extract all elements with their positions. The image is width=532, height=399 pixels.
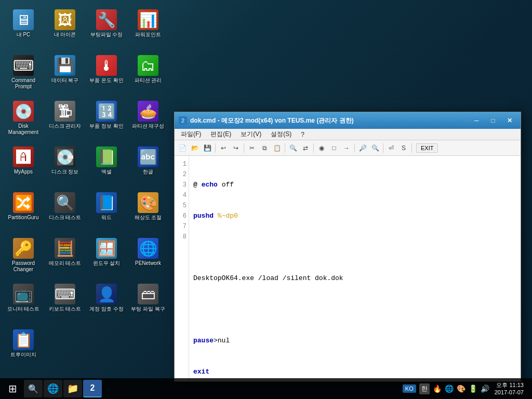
menu-help[interactable]: ? bbox=[297, 130, 309, 139]
icon-image-partguru: 🔀 bbox=[13, 192, 34, 213]
titlebar-title: dok.cmd - 메모장2 mod(x64) von TEUS.me (관리자… bbox=[190, 116, 467, 125]
icon-label-bootrecover: 부팅 파일 복구 bbox=[131, 306, 165, 312]
toolbar-zoomin[interactable]: 🔎 bbox=[357, 142, 368, 154]
system-tray: KO 한 🔥 🌐 🎨 🔋 🔊 오후 11:13 2017-07-07 bbox=[398, 381, 530, 396]
icon-label-word: 워드 bbox=[101, 215, 112, 221]
desktop-icon-disktest[interactable]: 🔍 디스크 테스트 bbox=[44, 188, 86, 234]
menu-view[interactable]: 보기(V) bbox=[236, 129, 265, 140]
line-num-7: 7 bbox=[183, 221, 187, 232]
desktop-icon-cmd[interactable]: ⌨ Command Prompt bbox=[3, 51, 44, 97]
icon-label-myapps: MyApps bbox=[14, 169, 33, 175]
toolbar-exit[interactable]: EXIT bbox=[416, 143, 438, 153]
code-editor: 1 2 3 4 5 6 7 8 @ echo off pushd %~dp0 D… bbox=[175, 156, 521, 381]
toolbar-wrap[interactable]: ⏎ bbox=[385, 142, 397, 154]
titlebar[interactable]: 2 dok.cmd - 메모장2 mod(x64) von TEUS.me (관… bbox=[175, 112, 521, 129]
maximize-button[interactable]: □ bbox=[486, 115, 500, 126]
toolbar-undo[interactable]: ↩ bbox=[218, 142, 229, 154]
toolbar-sep7 bbox=[411, 143, 412, 153]
icon-label-kbtest: 키보드 테스트 bbox=[49, 306, 82, 312]
desktop-icon-mypc[interactable]: 🖥 내 PC bbox=[3, 5, 44, 51]
toolbar-copy[interactable]: ⧉ bbox=[259, 142, 270, 154]
icon-image-montest: 📺 bbox=[13, 284, 34, 304]
desktop-icon-diskmanage[interactable]: 💿 Disk Management bbox=[3, 97, 44, 142]
korean-ime-icon[interactable]: 한 bbox=[419, 383, 430, 394]
desktop-icon-penet[interactable]: 🌐 PENetwork bbox=[127, 234, 169, 280]
desktop-icon-datarecover[interactable]: 💾 데이터 복구 bbox=[44, 51, 86, 97]
desktop-icon-powerpoint[interactable]: 📊 파워포인트 bbox=[127, 5, 169, 51]
desktop-icon-bootfix[interactable]: 🔧 부팅파일 수정 bbox=[86, 5, 127, 51]
toolbar-find[interactable]: 🔍 bbox=[287, 142, 299, 154]
desktop-icon-coloradj[interactable]: 🎨 해상도 조절 bbox=[127, 188, 169, 234]
menu-file[interactable]: 파일(F) bbox=[177, 129, 205, 140]
desktop-icon-partreorg[interactable]: 🥧 파티션 재구성 bbox=[127, 97, 169, 142]
desktop-icon-diskinfo[interactable]: 💽 디스크 정보 bbox=[44, 142, 86, 188]
desktop-icon-partition[interactable]: 🗂 파티션 관리 bbox=[127, 51, 169, 97]
desktop-icon-myicon[interactable]: 🖼 내 아이콘 bbox=[44, 5, 86, 51]
toolbar-paste[interactable]: 📋 bbox=[271, 142, 283, 154]
desktop-icon-excel[interactable]: 📗 엑셀 bbox=[86, 142, 127, 188]
taskbar-notepad2[interactable]: 2 bbox=[83, 380, 102, 397]
toolbar-open[interactable]: 📂 bbox=[189, 142, 201, 154]
code-line-1: @ echo off bbox=[193, 180, 516, 190]
toolbar-sep2 bbox=[244, 143, 244, 153]
toolbar: 📄 📂 💾 ↩ ↪ ✂ ⧉ 📋 🔍 ⇄ ◉ □ → 🔎 🔍 ⏎ S EXIT bbox=[175, 140, 521, 156]
desktop-icon-memtest[interactable]: 🧮 메모리 테스트 bbox=[44, 234, 86, 280]
icon-label-wininstall: 윈도우 설치 bbox=[93, 260, 121, 267]
desktop-icon-tempcheck[interactable]: 🌡 부품 온도 확인 bbox=[86, 51, 127, 97]
toolbar-save[interactable]: 💾 bbox=[202, 142, 213, 154]
start-button[interactable]: ⊞ bbox=[2, 380, 23, 397]
icon-label-acct: 계정 암호 수정 bbox=[89, 306, 124, 312]
toolbar-sep5 bbox=[354, 143, 355, 153]
system-clock[interactable]: 오후 11:13 2017-07-07 bbox=[493, 381, 526, 396]
desktop-icon-myapps[interactable]: 🅰 MyApps bbox=[3, 142, 44, 188]
desktop: 🖥 내 PC 🖼 내 아이콘 🔧 부팅파일 수정 📊 파워포인트 ⌨ Comma… bbox=[0, 0, 166, 374]
icon-image-hangul: 🔤 bbox=[138, 147, 158, 167]
desktop-icon-word[interactable]: 📘 워드 bbox=[86, 188, 127, 234]
icon-image-bootrecover: 🗃 bbox=[138, 284, 158, 304]
desktop-icon-bootrecover[interactable]: 🗃 부팅 파일 복구 bbox=[127, 280, 169, 325]
close-button[interactable]: ✕ bbox=[503, 115, 516, 126]
desktop-icon-kbtest[interactable]: ⌨ 키보드 테스트 bbox=[44, 280, 86, 325]
taskbar-search[interactable]: 🔍 bbox=[24, 380, 43, 397]
lang-indicator[interactable]: KO bbox=[403, 384, 416, 393]
toolbar-radio1[interactable]: ◉ bbox=[316, 142, 327, 154]
desktop-icon-diskmanager[interactable]: 🗜 디스크 관리자 bbox=[44, 97, 86, 142]
minimize-button[interactable]: ─ bbox=[470, 115, 483, 126]
menu-edit[interactable]: 편집(E) bbox=[206, 129, 235, 140]
desktop-icon-hangul[interactable]: 🔤 한글 bbox=[127, 142, 169, 188]
desktop-icon-pwchanger[interactable]: 🔑 Password Changer bbox=[3, 234, 44, 280]
toolbar-new[interactable]: 📄 bbox=[177, 142, 188, 154]
taskbar-browser[interactable]: 🌐 bbox=[44, 380, 62, 397]
menu-settings[interactable]: 설정(S) bbox=[267, 129, 296, 140]
icon-label-excel: 엑셀 bbox=[101, 169, 112, 175]
toolbar-arrow[interactable]: → bbox=[341, 142, 352, 154]
toolbar-zoomout[interactable]: 🔍 bbox=[369, 142, 381, 154]
color-icon[interactable]: 🎨 bbox=[457, 384, 466, 393]
taskbar-explorer[interactable]: 📁 bbox=[63, 380, 82, 397]
toolbar-sep4 bbox=[313, 143, 314, 153]
desktop-icon-trueimage[interactable]: 📋 트루이미지 bbox=[3, 325, 44, 371]
antivirus-icon[interactable]: 🔥 bbox=[433, 384, 442, 393]
desktop-icon-sysinfo[interactable]: 🔢 부품 정보 확인 bbox=[86, 97, 127, 142]
toolbar-cut[interactable]: ✂ bbox=[246, 142, 258, 154]
icon-label-memtest: 메모리 테스트 bbox=[49, 260, 82, 267]
toolbar-findreplace[interactable]: ⇄ bbox=[300, 142, 311, 154]
desktop-icon-partguru[interactable]: 🔀 PartitionGuru bbox=[3, 188, 44, 234]
network-icon[interactable]: 🌐 bbox=[445, 384, 454, 393]
icon-label-partition: 파티션 관리 bbox=[135, 77, 162, 84]
icon-image-myapps: 🅰 bbox=[13, 147, 34, 167]
icon-label-disktest: 디스크 테스트 bbox=[49, 215, 82, 221]
desktop-icon-wininstall[interactable]: 🪟 윈도우 설치 bbox=[86, 234, 127, 280]
icon-image-coloradj: 🎨 bbox=[138, 192, 158, 213]
toolbar-scheme[interactable]: S bbox=[398, 142, 409, 154]
code-line-4: DesktopOK64.exe /load /silent dok.dok bbox=[193, 273, 516, 284]
line-numbers: 1 2 3 4 5 6 7 8 bbox=[175, 156, 189, 381]
code-content[interactable]: @ echo off pushd %~dp0 DesktopOK64.exe /… bbox=[189, 156, 521, 381]
icon-label-diskinfo: 디스크 정보 bbox=[51, 169, 79, 175]
toolbar-square[interactable]: □ bbox=[328, 142, 340, 154]
desktop-icon-acct[interactable]: 👤 계정 암호 수정 bbox=[86, 280, 127, 325]
volume-icon[interactable]: 🔊 bbox=[481, 384, 489, 393]
desktop-icon-montest[interactable]: 📺 모니터 테스트 bbox=[3, 280, 44, 325]
toolbar-redo[interactable]: ↪ bbox=[230, 142, 242, 154]
toolbar-sep3 bbox=[285, 143, 285, 153]
